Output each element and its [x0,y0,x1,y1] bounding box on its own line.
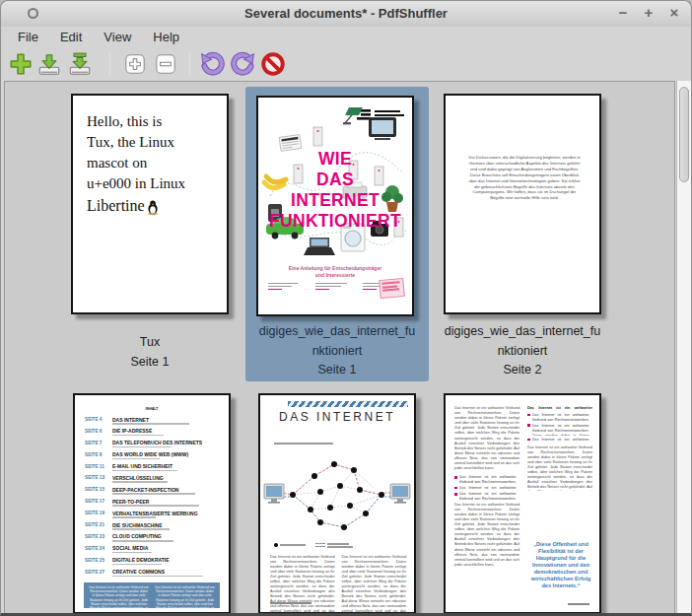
add-document-button[interactable] [8,51,34,77]
save-as-icon [67,51,93,77]
thumbnail-label: digiges_wie_das_internet_fu nktioniert S… [431,322,614,380]
blue-quote: „Diese Offenheit und Flexibilität ist de… [528,541,593,589]
close-button[interactable]: × [665,4,683,22]
zoom-in-icon [122,51,148,77]
title-bar[interactable]: Several documents* - PdfShuffler − + × [1,1,691,27]
toolbar-separator [189,53,190,75]
toolbar [1,48,691,81]
rotate-right-button[interactable] [231,51,256,77]
page2-body-text: Die Diskussionen, die die Digitalisierun… [467,155,582,201]
rotate-right-icon [231,51,256,77]
tux-page-text: Hello, this is Tux, the Linux mascot on … [87,111,185,194]
cover-title-line: DAS [258,170,412,190]
vertical-scrollbar[interactable] [676,81,691,614]
minimize-button[interactable]: − [614,4,632,22]
page-body-columns: Das Internet ist ein weltweiter Verbund … [270,555,406,614]
cover-title-line: WIE [258,149,412,170]
window-title: Several documents* - PdfShuffler [1,6,691,21]
network-diagram [263,448,411,541]
rotate-left-button[interactable] [199,51,225,77]
scrollbar-thumb[interactable] [679,87,689,182]
delete-page-button[interactable] [260,51,286,77]
cover-subtitle: Eine Anleitung für Entscheidungsträger u… [258,265,412,278]
delete-icon [260,51,286,77]
cover-stamp [379,278,405,299]
rotate-left-icon [199,51,225,77]
menu-edit[interactable]: Edit [49,27,93,48]
add-icon [8,51,34,77]
toc-list: SEITE 4DAS INTERNET SEITE 6DIE IP-ADRESS… [75,416,229,580]
das-internet-title: DAS INTERNET [260,410,414,424]
page-footer [270,602,311,604]
save-button[interactable] [36,51,62,77]
menu-view[interactable]: View [93,27,142,48]
zoom-in-button[interactable] [122,51,148,77]
diagram-caption [274,443,333,445]
computer-icon [390,484,410,504]
zoom-out-icon [153,51,178,77]
tux-penguin-icon [147,200,159,215]
tux-libertine-line: Libertine [87,197,159,215]
zoom-out-button[interactable] [153,51,178,77]
thumbnail-label: Tux Seite 1 [58,333,242,372]
maximize-button[interactable]: + [640,4,657,22]
toolbar-separator [109,53,110,75]
page-number [568,603,589,605]
cover-footer-columns [268,283,396,292]
cover-title-line: FUNKTIONIERT [258,211,412,232]
diagram-legend [274,543,353,548]
save-as-button[interactable] [67,51,93,77]
page-grid: Hello, this is Tux, the Linux mascot on … [4,81,675,614]
cover-title-line: INTERNET [258,190,412,211]
thumbnail-label: digiges_wie_das_internet_fu nktioniert S… [245,322,429,380]
computer-icon [264,484,284,504]
menu-bar: File Edit View Help [1,27,691,48]
toc-footer-box: Das Internet ist ein weltweiter Verbund … [84,582,220,608]
toc-header: INHALT [75,407,229,411]
save-icon [36,51,62,77]
hatched-ribbon [288,401,408,407]
menu-file[interactable]: File [7,27,49,48]
pdfshuffler-window: Several documents* - PdfShuffler − + × F… [0,0,692,616]
menu-help[interactable]: Help [142,27,190,48]
